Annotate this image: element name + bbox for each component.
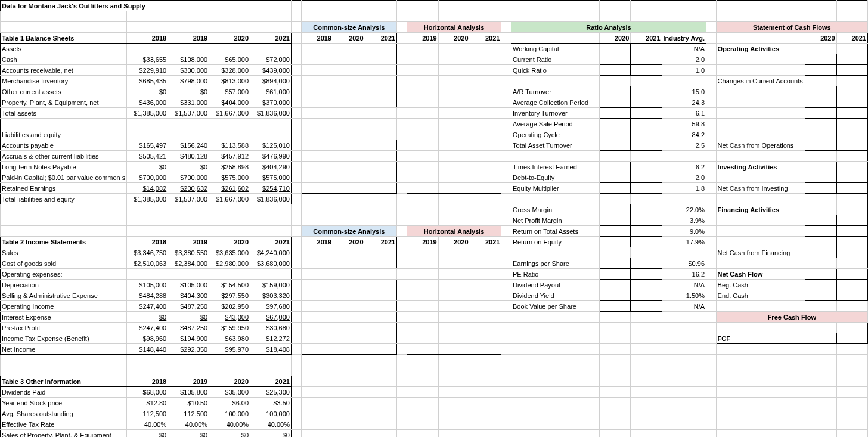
ratio-avg-dp[interactable]: N/A	[662, 280, 706, 290]
val-tax-1[interactable]: $194,900	[168, 333, 209, 344]
cell-r27-c12[interactable]	[470, 290, 501, 301]
cell-r9-c11[interactable]	[438, 97, 470, 108]
cell-r36-c16[interactable]	[631, 387, 662, 398]
cell-r4-c13[interactable]	[501, 44, 512, 54]
ratio-dy[interactable]: Dividend Yield	[512, 290, 600, 301]
cell-r31-c15[interactable]	[600, 333, 631, 344]
cell-r12-c8[interactable]	[365, 129, 397, 140]
cell-r26-c8[interactable]	[365, 280, 397, 290]
val-etr-3[interactable]: 40.00%	[250, 419, 292, 430]
cell-r26-c20[interactable]	[805, 280, 836, 290]
val-opinc-1[interactable]: $487,250	[168, 301, 209, 312]
cell-r39-c8[interactable]	[365, 419, 397, 430]
cell-r24-c20[interactable]	[805, 258, 836, 269]
row-pretax[interactable]: Pre-tax Profit	[1, 323, 127, 333]
cell-r27-c6[interactable]	[301, 290, 333, 301]
cell-r23-c20[interactable]	[805, 247, 836, 258]
val-oca-3[interactable]: $61,000	[250, 86, 292, 97]
cell-r10-c20[interactable]	[805, 108, 836, 119]
cell-r1-c5[interactable]	[291, 11, 301, 22]
ratio-bvps[interactable]: Book Value per Share	[512, 301, 600, 312]
cell-r6-c20[interactable]	[805, 65, 836, 76]
industry-avg-header[interactable]: Industry Avg.	[662, 33, 706, 44]
cell-r16-c15[interactable]	[600, 172, 631, 183]
cell-r28-c8[interactable]	[365, 301, 397, 312]
cell-r37-c17[interactable]	[662, 398, 706, 408]
cell-r21-c9[interactable]	[397, 226, 407, 237]
cell-r34-c8[interactable]	[365, 365, 397, 376]
cell-r25-c10[interactable]	[407, 269, 438, 280]
cell-r0-c12[interactable]	[470, 1, 501, 11]
table1-year-2[interactable]: 2020	[209, 33, 250, 44]
cell-r11-c15[interactable]	[600, 119, 631, 129]
cell-r1-c15[interactable]	[600, 11, 631, 22]
cell-r26-c6[interactable]	[301, 280, 333, 290]
cell-r32-c19[interactable]	[716, 344, 805, 355]
header-freecash[interactable]: Free Cash Flow	[716, 312, 867, 323]
cell-r20-c3[interactable]	[209, 215, 250, 226]
table2-year-3[interactable]: 2021	[250, 237, 292, 247]
cell-r7-c9[interactable]	[397, 76, 407, 86]
cell-r11-c0[interactable]	[1, 119, 127, 129]
cell-r11-c19[interactable]	[716, 119, 805, 129]
cell-r2-c13[interactable]	[501, 22, 512, 33]
cell-r24-c18[interactable]	[706, 258, 717, 269]
hz-year-0[interactable]: 2019	[407, 33, 438, 44]
cell-r15-c18[interactable]	[706, 162, 717, 172]
cell-r19-c2[interactable]	[168, 204, 209, 215]
cf-ncf[interactable]: Net Cash Flow	[716, 269, 805, 280]
cell-r12-c20[interactable]	[805, 129, 836, 140]
cell-r37-c14[interactable]	[512, 398, 600, 408]
cell-r30-c20[interactable]	[805, 323, 836, 333]
cell-r9-c9[interactable]	[397, 97, 407, 108]
cell-r12-c2[interactable]	[168, 129, 209, 140]
cell-r31-c10[interactable]	[407, 333, 438, 344]
cell-r5-c6[interactable]	[301, 54, 333, 65]
cell-r9-c18[interactable]	[706, 97, 717, 108]
val-div-1[interactable]: $105,800	[168, 387, 209, 398]
cell-r14-c15[interactable]	[600, 151, 631, 162]
cell-r34-c13[interactable]	[501, 365, 512, 376]
cell-r35-c9[interactable]	[397, 376, 407, 387]
table2-title[interactable]: Table 2 Income Statements	[1, 237, 127, 247]
cell-r16-c20[interactable]	[805, 172, 836, 183]
cell-r4-c18[interactable]	[706, 44, 717, 54]
cell-r18-c8[interactable]	[365, 194, 397, 204]
cell-r13-c12[interactable]	[470, 140, 501, 151]
cell-r18-c9[interactable]	[397, 194, 407, 204]
cell-r25-c6[interactable]	[301, 269, 333, 280]
val-cash-3[interactable]: $72,000	[250, 54, 292, 65]
cell-r18-c6[interactable]	[301, 194, 333, 204]
row-price[interactable]: Year end Stock price	[1, 398, 127, 408]
cell-r39-c6[interactable]	[301, 419, 333, 430]
val-ppe-2[interactable]: $404,000	[209, 97, 250, 108]
cell-r29-c18[interactable]	[706, 312, 717, 323]
cell-r36-c6[interactable]	[301, 387, 333, 398]
cell-r29-c9[interactable]	[397, 312, 407, 323]
cell-r22-c21[interactable]	[836, 237, 867, 247]
val-ar-0[interactable]: $229,910	[127, 65, 168, 76]
cell-r4-c12[interactable]	[470, 44, 501, 54]
cell-r26-c11[interactable]	[438, 280, 470, 290]
cell-r19-c5[interactable]	[291, 204, 301, 215]
val-re-3[interactable]: $254,710	[250, 183, 292, 194]
cell-r6-c8[interactable]	[365, 65, 397, 76]
cell-r8-c13[interactable]	[501, 86, 512, 97]
cell-r40-c12[interactable]	[470, 430, 501, 438]
cell-r35-c16[interactable]	[631, 376, 662, 387]
val-opinc-3[interactable]: $97,680	[250, 301, 292, 312]
val-sga-3[interactable]: $303,320	[250, 290, 292, 301]
cell-r8-c21[interactable]	[836, 86, 867, 97]
cell-r6-c7[interactable]	[333, 65, 365, 76]
cell-r10-c7[interactable]	[333, 108, 365, 119]
val-cash-0[interactable]: $33,655	[127, 54, 168, 65]
cell-r38-c15[interactable]	[600, 408, 631, 419]
cell-r36-c10[interactable]	[407, 387, 438, 398]
cell-r0-c18[interactable]	[706, 1, 717, 11]
cell-r38-c10[interactable]	[407, 408, 438, 419]
cell-r25-c18[interactable]	[706, 269, 717, 280]
val-pretax-3[interactable]: $30,680	[250, 323, 292, 333]
cell-r40-c10[interactable]	[407, 430, 438, 438]
cell-r16-c9[interactable]	[397, 172, 407, 183]
cell-r34-c11[interactable]	[438, 365, 470, 376]
